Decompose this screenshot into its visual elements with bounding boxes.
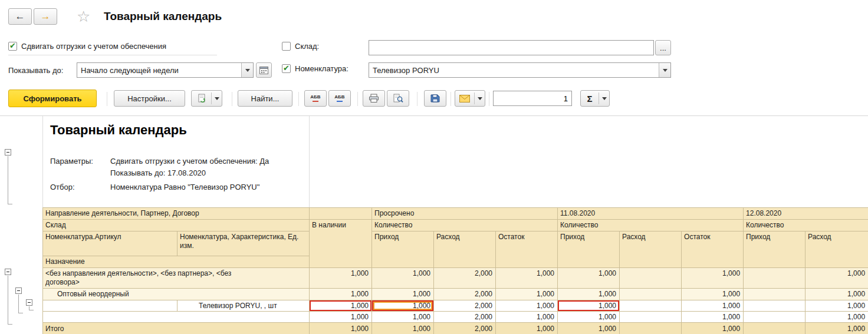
cell-value[interactable]: 1,000 [558, 289, 620, 300]
cell-value[interactable]: 2,000 [434, 268, 496, 289]
sum-split-button[interactable]: Σ [580, 90, 610, 107]
header-date-1[interactable]: 11.08.2020 [558, 208, 744, 220]
cell-value[interactable] [744, 312, 805, 323]
table-row[interactable]: <без направления деятельности>, <без пар… [43, 268, 868, 289]
cell-value[interactable] [620, 268, 682, 289]
report-variants-split-button[interactable] [191, 90, 222, 107]
collapse-header-toggle[interactable] [5, 149, 11, 156]
table-row[interactable]: Телевизор PORYU, , шт1,0001,0002,0001,00… [43, 300, 868, 312]
warehouse-input[interactable] [369, 41, 653, 55]
header-quantity[interactable]: Количество [372, 220, 558, 232]
header-article[interactable]: Номенклатура.Артикул [43, 232, 177, 256]
cell-value[interactable]: 1,000 [496, 312, 558, 323]
cell-value[interactable]: 1,000 [310, 312, 372, 323]
cell-value[interactable] [744, 323, 805, 334]
save-button[interactable] [424, 90, 446, 107]
cell-value[interactable]: 1,000 [682, 312, 744, 323]
header-quantity[interactable]: Количество [744, 220, 868, 232]
print-preview-button[interactable] [387, 90, 409, 107]
cell-value[interactable]: 1,000 [805, 312, 868, 323]
cell-value[interactable]: 1,000 [372, 312, 434, 323]
header-empty-cell[interactable] [310, 208, 372, 220]
cell-label[interactable]: Телевизор PORYU, , шт [177, 300, 310, 312]
cell-label[interactable]: <без направления деятельности>, <без пар… [43, 268, 310, 289]
cell-value[interactable] [744, 268, 805, 289]
cell-value[interactable]: 1,000 [372, 289, 434, 300]
header-subcolumn[interactable]: Приход [744, 232, 805, 268]
header-row[interactable]: СкладВ наличииКоличествоКоличествоКоличе… [43, 220, 868, 232]
cell-value[interactable]: 1,000 [310, 289, 372, 300]
header-subcolumn[interactable]: Приход [558, 232, 620, 268]
header-warehouse[interactable]: Склад [43, 220, 310, 232]
header-group-title[interactable]: Направление деятельности, Партнер, Догов… [43, 208, 310, 220]
header-overdue[interactable]: Просрочено [372, 208, 558, 220]
collapse-group1-toggle[interactable] [5, 269, 11, 275]
cell-value[interactable]: 1,000 [805, 268, 868, 289]
cell-label[interactable]: Оптовый неордерный [43, 289, 310, 300]
cell-value[interactable] [620, 289, 682, 300]
table-row[interactable]: Итого1,0001,0002,0001,0001,0001,0001,000 [43, 323, 868, 334]
cell-value[interactable]: 1,000 [558, 268, 620, 289]
report-table[interactable]: Направление деятельности, Партнер, Догов… [42, 207, 868, 334]
header-nomenclature[interactable]: Номенклатура, Характеристика, Ед. изм. [177, 232, 310, 256]
show-until-input[interactable] [77, 63, 241, 77]
cell-value[interactable]: 1,000 [310, 323, 372, 334]
header-row[interactable]: Направление деятельности, Партнер, Догов… [43, 208, 868, 220]
cell-value[interactable]: 1,000 [496, 323, 558, 334]
cell-value[interactable]: 2,000 [434, 289, 496, 300]
header-subcolumn[interactable]: Остаток [682, 232, 744, 268]
calendar-button[interactable] [256, 62, 272, 78]
mail-split-button[interactable] [455, 90, 485, 107]
abc-button-2[interactable]: АБВ [328, 90, 351, 107]
header-row[interactable]: Номенклатура.АртикулНоменклатура, Характ… [43, 232, 868, 256]
table-row[interactable]: Оптовый неордерный1,0001,0002,0001,0001,… [43, 289, 868, 300]
cell-value[interactable]: 1,000 [805, 300, 868, 312]
cell-value[interactable] [620, 323, 682, 334]
cell-value[interactable]: 2,000 [434, 300, 496, 312]
cell-value[interactable]: 1,000 [372, 300, 434, 312]
cell-empty[interactable] [43, 300, 177, 312]
cell-value[interactable]: 2,000 [434, 312, 496, 323]
abc-button-1[interactable]: АБВ [304, 90, 327, 107]
cell-value[interactable]: 1,000 [682, 323, 744, 334]
forward-button[interactable]: → [34, 8, 57, 25]
cell-value[interactable]: 1,000 [496, 289, 558, 300]
counter-input[interactable] [493, 91, 572, 106]
back-button[interactable]: ← [8, 8, 32, 25]
cell-value[interactable] [620, 300, 682, 312]
cell-value[interactable]: 1,000 [372, 268, 434, 289]
cell-value[interactable]: 1,000 [558, 300, 620, 312]
cell-value[interactable]: 1,000 [372, 323, 434, 334]
print-button[interactable] [363, 90, 385, 107]
cell-value[interactable]: 2,000 [434, 323, 496, 334]
header-in-stock[interactable]: В наличии [310, 220, 372, 268]
table-row[interactable]: 1,0001,0002,0001,0001,0001,0001,000 [43, 312, 868, 323]
cell-value[interactable]: 1,000 [558, 312, 620, 323]
cell-value[interactable] [620, 312, 682, 323]
cell-value[interactable]: 1,000 [310, 268, 372, 289]
chevron-down-icon[interactable] [241, 63, 253, 77]
header-subcolumn[interactable]: Расход [805, 232, 868, 268]
cell-value[interactable]: 1,000 [496, 268, 558, 289]
header-purpose[interactable]: Назначение [43, 256, 310, 268]
find-button[interactable]: Найти... [238, 90, 292, 107]
header-subcolumn[interactable]: Расход [620, 232, 682, 268]
header-quantity[interactable]: Количество [558, 220, 744, 232]
cell-value[interactable]: 1,000 [805, 323, 868, 334]
cell-label[interactable] [43, 312, 310, 323]
collapse-group3-toggle[interactable] [26, 299, 32, 306]
header-subcolumn[interactable]: Остаток [496, 232, 558, 268]
chevron-down-icon[interactable] [475, 91, 485, 106]
warehouse-checkbox[interactable]: Склад: [282, 42, 319, 51]
cell-value[interactable] [744, 289, 805, 300]
cell-value[interactable]: 1,000 [682, 268, 744, 289]
header-subcolumn[interactable]: Приход [372, 232, 434, 268]
header-date-2[interactable]: 12.08.2020 [744, 208, 868, 220]
nomenclature-input[interactable] [369, 63, 659, 77]
cell-value[interactable]: 1,000 [310, 300, 372, 312]
cell-value[interactable]: 1,000 [682, 300, 744, 312]
header-subcolumn[interactable]: Расход [434, 232, 496, 268]
warehouse-more-button[interactable]: ... [655, 40, 671, 55]
generate-button[interactable]: Сформировать [8, 90, 97, 107]
nomenclature-checkbox[interactable]: Номенклатура: [282, 64, 348, 73]
